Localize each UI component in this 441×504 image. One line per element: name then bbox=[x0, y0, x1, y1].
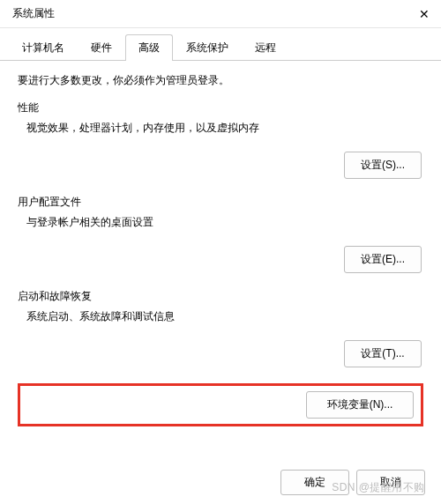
environment-variables-button[interactable]: 环境变量(N)... bbox=[306, 391, 414, 419]
tab-computer-name[interactable]: 计算机名 bbox=[9, 34, 78, 61]
tab-advanced[interactable]: 高级 bbox=[125, 34, 173, 61]
cancel-button[interactable]: 取消 bbox=[356, 470, 425, 495]
admin-note: 要进行大多数更改，你必须作为管理员登录。 bbox=[18, 73, 423, 88]
performance-title: 性能 bbox=[18, 100, 423, 115]
dialog-footer: 确定 取消 bbox=[280, 470, 425, 495]
ok-button[interactable]: 确定 bbox=[280, 470, 349, 495]
startup-recovery-settings-button[interactable]: 设置(T)... bbox=[344, 340, 422, 367]
group-user-profiles: 用户配置文件 与登录帐户相关的桌面设置 设置(E)... bbox=[18, 195, 423, 273]
group-performance: 性能 视觉效果，处理器计划，内存使用，以及虚拟内存 设置(S)... bbox=[18, 100, 423, 179]
content-area: 要进行大多数更改，你必须作为管理员登录。 性能 视觉效果，处理器计划，内存使用，… bbox=[0, 61, 441, 432]
window-title: 系统属性 bbox=[12, 6, 55, 21]
user-profiles-settings-button[interactable]: 设置(E)... bbox=[344, 246, 422, 273]
user-profiles-title: 用户配置文件 bbox=[18, 195, 423, 210]
tab-system-protection[interactable]: 系统保护 bbox=[173, 34, 242, 61]
tab-remote[interactable]: 远程 bbox=[242, 34, 289, 61]
group-startup-recovery: 启动和故障恢复 系统启动、系统故障和调试信息 设置(T)... bbox=[18, 289, 423, 367]
startup-recovery-desc: 系统启动、系统故障和调试信息 bbox=[26, 309, 423, 324]
user-profiles-desc: 与登录帐户相关的桌面设置 bbox=[26, 215, 423, 230]
titlebar: 系统属性 ✕ bbox=[0, 0, 441, 28]
tab-hardware[interactable]: 硬件 bbox=[78, 34, 125, 61]
performance-desc: 视觉效果，处理器计划，内存使用，以及虚拟内存 bbox=[26, 121, 423, 136]
close-icon[interactable]: ✕ bbox=[418, 8, 430, 20]
startup-recovery-title: 启动和故障恢复 bbox=[18, 289, 423, 304]
tab-bar: 计算机名 硬件 高级 系统保护 远程 bbox=[0, 28, 441, 61]
performance-settings-button[interactable]: 设置(S)... bbox=[344, 152, 422, 179]
env-vars-highlight: 环境变量(N)... bbox=[18, 383, 423, 426]
